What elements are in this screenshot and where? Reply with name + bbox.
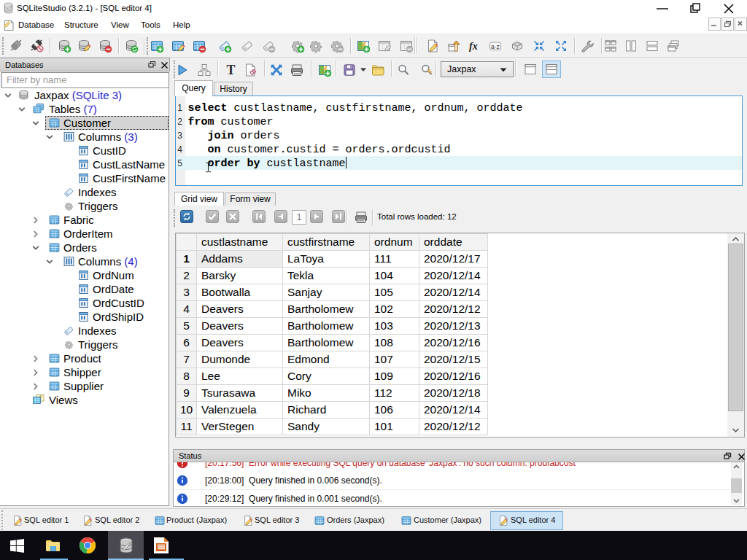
svg-text:a·z: a·z — [491, 43, 500, 50]
svg-text:fx: fx — [469, 41, 478, 52]
svg-text:T: T — [227, 63, 236, 77]
